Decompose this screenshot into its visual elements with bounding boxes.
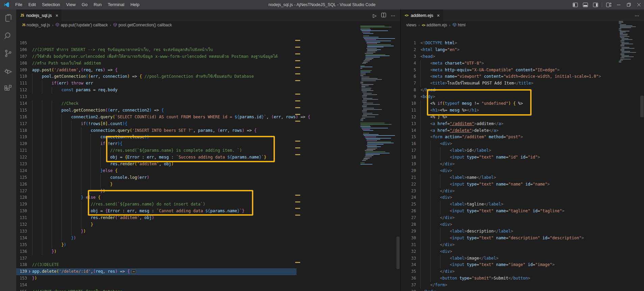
code-line-107[interactable]: 107//ใช้คำสั่ง bodyParser.urlencoded เพื… [16, 53, 400, 60]
run-and-debug-icon[interactable] [0, 62, 16, 80]
code-line-26[interactable]: 26<input type="text" name="tagline" id="… [401, 208, 644, 215]
explorer-icon[interactable] [0, 9, 16, 27]
more-actions-icon[interactable]: ⋯ [635, 13, 639, 18]
code-line-112[interactable]: 112const params = req.body [16, 87, 400, 94]
code-line-117[interactable]: 117if(!rows[0].count){ [16, 121, 400, 127]
code-line-116[interactable]: 116connection2.query(`SELECT COUNT(id) A… [16, 114, 400, 121]
code-line-24[interactable]: 24<div> [401, 194, 644, 201]
code-line-35[interactable]: 35</div> [401, 268, 644, 275]
source-control-icon[interactable] [0, 45, 16, 62]
code-line-38[interactable]: 38</body> [401, 289, 644, 291]
code-editor-nodejs-sql-js[interactable]: 105106//(2)POST ทำการ INSERT --> req รับ… [16, 38, 400, 291]
code-line-11[interactable]: 11<h1><%= mesg %></h1> [401, 107, 644, 114]
extensions-icon[interactable] [0, 80, 16, 97]
toggle-secondary-sidebar-icon[interactable] [590, 0, 600, 9]
code-line-6[interactable]: 6<meta name="viewport" content="width=de… [401, 73, 644, 80]
code-line-139[interactable]: 139❯app.delete('/delete/:id',(req, res) … [16, 268, 400, 275]
code-line-134[interactable]: 134}) [16, 235, 400, 242]
code-line-25[interactable]: 25<label>tagline</label> [401, 201, 644, 208]
code-line-3[interactable]: 3<head> [401, 53, 644, 60]
code-line-9[interactable]: 9<body> [401, 94, 644, 100]
tab-additem-ejs[interactable]: <> additem.ejs × [401, 9, 443, 21]
code-line-127[interactable]: 127}) [16, 188, 400, 195]
code-line-36[interactable]: 36<button type="submit">Submit</button> [401, 275, 644, 282]
code-line-23[interactable]: 23</div> [401, 188, 644, 195]
code-line-128[interactable]: 128} else { [16, 194, 400, 201]
code-line-132[interactable]: 132} [16, 221, 400, 228]
code-line-123[interactable]: 123res.render('additem', obj) [16, 161, 400, 168]
code-line-14[interactable]: 14<a href="/delete">delete</a> [401, 127, 644, 134]
more-actions-icon[interactable]: ⋯ [391, 13, 395, 18]
code-line-2[interactable]: 2<html lang="en"> [401, 47, 644, 53]
minimap-left[interactable] [360, 24, 400, 166]
code-line-135[interactable]: 135}) [16, 242, 400, 248]
code-line-28[interactable]: 28<div> [401, 221, 644, 228]
split-editor-icon[interactable] [381, 13, 386, 18]
close-window-button[interactable] [634, 0, 644, 9]
code-line-105[interactable]: 105 [16, 40, 400, 47]
code-line-4[interactable]: 4<meta charset="UTF-8"> [401, 60, 644, 67]
code-line-10[interactable]: 10<% if(typeof mesg != "undefined") { %> [401, 100, 644, 107]
code-line-22[interactable]: 22<input type="text" name="name" id="nam… [401, 181, 644, 188]
menu-go[interactable]: Go [79, 0, 91, 9]
code-line-16[interactable]: 16<div> [401, 141, 644, 147]
code-line-155[interactable]: 155//(4)PUT ทำการ UPDATE ข้อมูลใน Databa… [16, 289, 400, 291]
close-tab-icon[interactable]: × [437, 13, 440, 18]
menu-terminal[interactable]: Terminal [105, 0, 127, 9]
toggle-primary-sidebar-icon[interactable] [570, 0, 580, 9]
minimap-right[interactable] [619, 21, 640, 63]
restore-button[interactable] [624, 0, 634, 9]
code-line-19[interactable]: 19</div> [401, 161, 644, 168]
code-line-15[interactable]: 15<form action="/additem" method="post"> [401, 134, 644, 141]
code-line-122[interactable]: 122obj = {Error : err, mesg : `Success a… [16, 154, 400, 161]
code-line-114[interactable]: 114//Check [16, 100, 400, 107]
breadcrumb-item[interactable]: <>additem.ejs [422, 23, 447, 27]
run-code-icon[interactable]: ▷ [373, 13, 377, 18]
code-line-32[interactable]: 32<div> [401, 248, 644, 255]
code-line-106[interactable]: 106//(2)POST ทำการ INSERT --> req รับข้อ… [16, 47, 400, 53]
code-line-17[interactable]: 17<label>id</label> [401, 147, 644, 154]
breadcrumb-item[interactable]: app.put('/update') callback [55, 23, 108, 28]
code-editor-additem-ejs[interactable]: 1<!DOCTYPE html>2<html lang="en">3<head>… [401, 38, 644, 291]
code-line-108[interactable]: 108//สร้าง Path ของเว็บไซต์ additem [16, 60, 400, 67]
code-line-131[interactable]: 131res.render('additem', obj) [16, 215, 400, 221]
code-line-109[interactable]: 109app.post('/additem',(req, res) => { [16, 67, 400, 74]
menu-edit[interactable]: Edit [25, 0, 39, 9]
code-line-137[interactable]: 137 [16, 255, 400, 262]
menu-file[interactable]: File [12, 0, 25, 9]
code-line-21[interactable]: 21<label>name</label> [401, 174, 644, 181]
menu-selection[interactable]: Selection [39, 0, 63, 9]
tab-nodejs-sql-js[interactable]: JS nodejs_sql.js × [16, 9, 62, 21]
code-line-153[interactable]: 153}) [16, 275, 400, 282]
code-line-29[interactable]: 29<label>description</label> [401, 228, 644, 235]
breadcrumb-item[interactable]: JSnodejs_sql.js [22, 23, 50, 27]
scrollbar-thumb[interactable] [396, 237, 400, 269]
code-line-126[interactable]: 126} [16, 181, 400, 188]
code-line-31[interactable]: 31</div> [401, 242, 644, 248]
code-line-7[interactable]: 7<title>โรงเบียร์ไทยแลนด์ POST Add Item<… [401, 80, 644, 87]
minimize-button[interactable] [614, 0, 624, 9]
menu-view[interactable]: View [63, 0, 79, 9]
code-line-33[interactable]: 33<label>image</label> [401, 255, 644, 262]
code-line-27[interactable]: 27</div> [401, 215, 644, 221]
code-line-12[interactable]: 12<% } %> [401, 114, 644, 121]
code-line-138[interactable]: 138//(3)DELETE [16, 262, 400, 268]
code-line-125[interactable]: 125console.log(err) [16, 174, 400, 181]
toggle-panel-icon[interactable] [580, 0, 590, 9]
code-line-111[interactable]: 111if(err) throw err [16, 80, 400, 87]
code-line-1[interactable]: 1<!DOCTYPE html> [401, 40, 644, 47]
code-line-20[interactable]: 20<div> [401, 168, 644, 174]
code-line-124[interactable]: 124}else { [16, 168, 400, 174]
code-line-18[interactable]: 18<input type="text" name="id" id="id"> [401, 154, 644, 161]
breadcrumb-item[interactable]: pool.getConnection() callback [113, 23, 172, 28]
breadcrumb-item[interactable]: views [406, 23, 416, 27]
code-line-37[interactable]: 37</form> [401, 282, 644, 289]
code-line-118[interactable]: 118connection.query('INSERT INTO beers S… [16, 127, 400, 134]
close-tab-icon[interactable]: × [55, 13, 58, 18]
customize-layout-icon[interactable] [603, 0, 614, 9]
fold-chevron-icon[interactable]: ❯ [27, 268, 32, 275]
code-line-115[interactable]: 115pool.getConnection((err, connection2)… [16, 107, 400, 114]
code-line-129[interactable]: 129//res.send(`${params.name} do not ins… [16, 201, 400, 208]
code-line-133[interactable]: 133}) [16, 228, 400, 235]
menu-help[interactable]: Help [127, 0, 143, 9]
